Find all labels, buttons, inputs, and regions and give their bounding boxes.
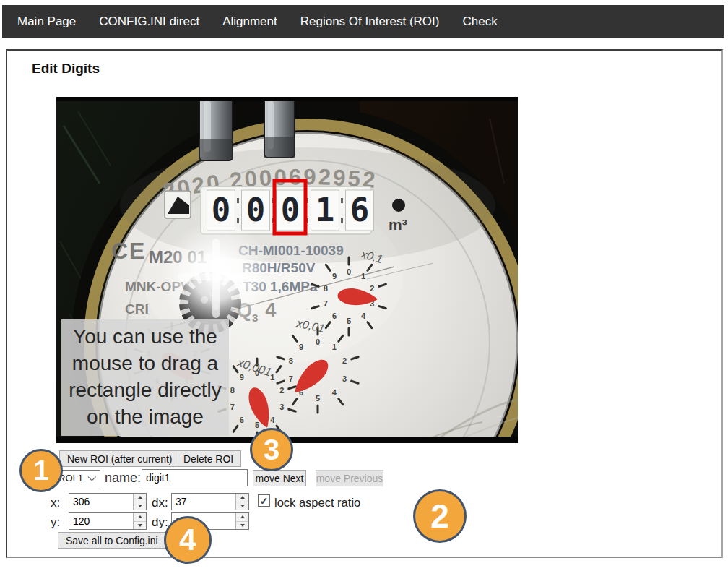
check-icon: ✓ xyxy=(260,495,269,507)
delete-roi-button[interactable]: Delete ROI xyxy=(176,450,241,467)
spin-up-icon[interactable] xyxy=(138,515,142,518)
svg-text:7: 7 xyxy=(230,403,235,411)
annotation-circle-3: 3 xyxy=(250,428,293,471)
dx-stepper xyxy=(171,493,249,510)
svg-text:8: 8 xyxy=(230,386,235,395)
overlay-line: You can use the xyxy=(73,325,217,348)
svg-text:3: 3 xyxy=(280,403,284,411)
move-next-button[interactable]: move Next xyxy=(253,470,306,486)
svg-text:0: 0 xyxy=(347,267,351,276)
svg-text:7: 7 xyxy=(324,299,328,308)
chevron-down-icon xyxy=(88,473,96,481)
svg-text:6: 6 xyxy=(332,312,337,320)
spin-up-icon[interactable] xyxy=(240,515,245,518)
nav-main-page[interactable]: Main Page xyxy=(17,14,76,29)
x-stepper xyxy=(69,493,147,510)
lock-aspect-label: lock aspect ratio xyxy=(274,496,360,510)
overlay-line: mouse to drag a xyxy=(72,352,219,374)
svg-text:9: 9 xyxy=(240,373,244,382)
svg-text:4: 4 xyxy=(361,312,366,320)
svg-text:4: 4 xyxy=(270,416,275,424)
dx-spinner[interactable] xyxy=(235,494,248,510)
ce-mark: CE xyxy=(111,238,146,264)
dy-label: dy: xyxy=(152,515,168,530)
spin-up-icon[interactable] xyxy=(138,496,142,499)
nav-check[interactable]: Check xyxy=(462,14,497,29)
svg-text:2: 2 xyxy=(280,386,284,395)
x-spinner[interactable] xyxy=(133,494,146,510)
svg-text:3: 3 xyxy=(342,374,347,383)
odometer-digit: 1 xyxy=(316,192,335,228)
dx-input[interactable] xyxy=(172,494,235,510)
new-roi-button[interactable]: New ROI (after current) xyxy=(59,450,180,467)
y-label: y: xyxy=(51,515,60,530)
dy-spinner[interactable] xyxy=(235,513,248,529)
name-label: name: xyxy=(105,471,141,486)
spin-up-icon[interactable] xyxy=(240,496,245,499)
annotation-circle-2: 2 xyxy=(413,489,467,543)
spin-down-icon[interactable] xyxy=(138,505,142,507)
page-title: Edit Digits xyxy=(32,61,100,77)
svg-text:2: 2 xyxy=(370,284,374,293)
lock-aspect-checkbox[interactable]: ✓ xyxy=(258,494,270,507)
svg-text:2: 2 xyxy=(342,356,347,365)
x-input[interactable] xyxy=(69,494,133,510)
overlay-line: on the image xyxy=(87,405,204,428)
y-stepper xyxy=(69,512,147,530)
odometer-digit: 0 xyxy=(246,192,266,228)
dx-label: dx: xyxy=(152,496,168,510)
brand-mark-2: CRI xyxy=(125,301,149,317)
spin-down-icon[interactable] xyxy=(138,524,142,527)
move-previous-button[interactable]: move Previous xyxy=(316,470,384,486)
svg-text:8: 8 xyxy=(324,284,328,293)
nav-alignment[interactable]: Alignment xyxy=(222,14,277,29)
overlay-line: rectangle directly xyxy=(69,379,222,401)
light-flare xyxy=(160,221,273,334)
name-input[interactable] xyxy=(142,469,248,486)
y-input[interactable] xyxy=(69,513,133,529)
annotation-circle-4: 4 xyxy=(164,516,212,564)
nav-config-ini[interactable]: CONFIG.INI direct xyxy=(99,14,199,29)
y-spinner[interactable] xyxy=(133,513,146,529)
odometer-digit: 6 xyxy=(350,192,370,228)
svg-text:1: 1 xyxy=(332,343,337,351)
overlay-hint: You can use the mouse to drag a rectangl… xyxy=(61,319,229,436)
svg-text:5: 5 xyxy=(255,421,259,429)
top-navigation: Main Page CONFIG.INI direct Alignment Re… xyxy=(2,5,724,38)
svg-text:0: 0 xyxy=(316,338,320,346)
unit-label: m³ xyxy=(389,216,407,233)
x-label: x: xyxy=(51,496,60,510)
odometer-digit: 0 xyxy=(281,192,300,228)
svg-text:5: 5 xyxy=(316,394,320,403)
svg-text:1: 1 xyxy=(270,373,274,382)
annotation-circle-1: 1 xyxy=(20,449,63,492)
save-config-button[interactable]: Save all to Config.ini xyxy=(58,532,166,549)
spin-down-icon[interactable] xyxy=(240,505,245,507)
svg-text:5: 5 xyxy=(347,317,351,325)
svg-text:9: 9 xyxy=(299,343,303,351)
svg-text:1: 1 xyxy=(361,272,365,280)
svg-text:6: 6 xyxy=(240,416,244,424)
page: Main Page CONFIG.INI direct Alignment Re… xyxy=(0,0,728,571)
svg-text:8: 8 xyxy=(289,356,293,365)
svg-text:4: 4 xyxy=(332,388,337,397)
nav-roi[interactable]: Regions Of Interest (ROI) xyxy=(300,14,440,29)
meter-image[interactable]: 2020 2000692952 0 0 0 1 6 m³ xyxy=(56,97,518,443)
svg-text:7: 7 xyxy=(289,374,293,383)
spin-down-icon[interactable] xyxy=(240,524,245,527)
svg-text:9: 9 xyxy=(332,272,337,280)
